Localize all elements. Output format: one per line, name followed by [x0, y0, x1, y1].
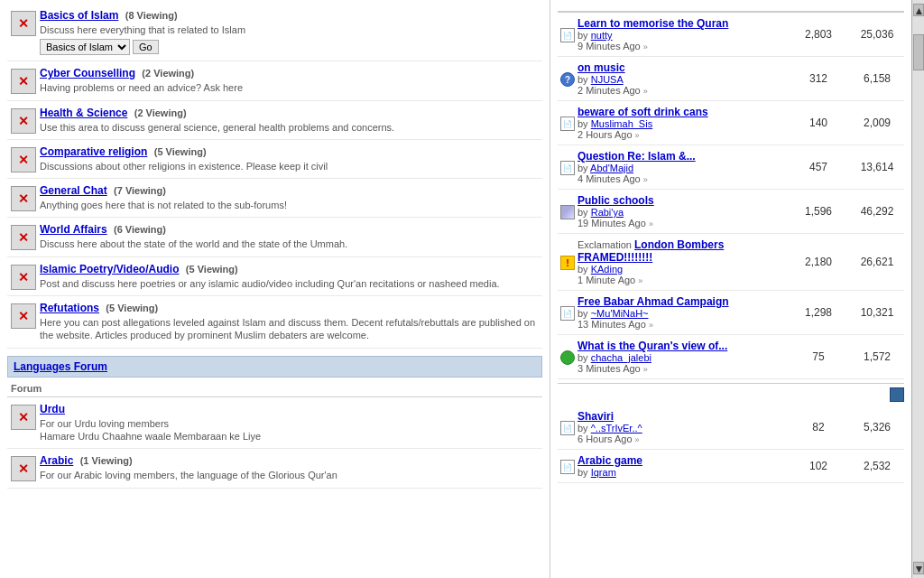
post-posts-post-6: 26,621	[850, 256, 904, 268]
post-title-link-post-7[interactable]: Free Babar Ahmad Campaign	[578, 295, 729, 308]
post-title-link-post-5[interactable]: Public schools	[578, 194, 654, 207]
post-title-link-post-8[interactable]: What is the Quran's view of...	[578, 340, 727, 352]
post-author-link-post-8[interactable]: chacha_jalebi	[591, 352, 651, 363]
post-author-link-post-5[interactable]: Rabi'ya	[591, 207, 624, 218]
chevron-icon-post-1: »	[643, 42, 648, 51]
lang-post-icon-lang-post-2: 📄	[558, 460, 578, 474]
posts-list: 📄 Learn to memorise the Quran by nutty 9…	[558, 13, 904, 379]
post-title-link-post-3[interactable]: beware of soft drink cans	[578, 106, 708, 118]
icon-green-post-8	[560, 350, 575, 365]
languages-table-header: Forum	[7, 380, 542, 397]
forum-row-cyber-counselling: ✕ Cyber Counselling (2 Viewing) Having p…	[7, 61, 542, 100]
forum-desc-cyber-counselling: Having problems or need an advice? Ask h…	[40, 81, 542, 94]
languages-forum-list: ✕ Urdu For our Urdu loving members Hamar…	[7, 397, 542, 489]
forum-row-comparative-religion: ✕ Comparative religion (5 Viewing) Discu…	[7, 140, 542, 179]
chevron-icon-post-7: »	[649, 321, 653, 330]
languages-forum-section: Languages Forum	[7, 356, 542, 378]
folder-icon-world-affairs: ✕	[11, 225, 36, 250]
forum-link-islamic-poetry[interactable]: Islamic Poetry/Video/Audio	[40, 263, 180, 275]
forum-info-comparative-religion: Comparative religion (5 Viewing) Discuss…	[40, 145, 542, 172]
forum-link-comparative-religion[interactable]: Comparative religion	[40, 145, 147, 158]
forum-list: ✕ Basics of Islam (8 Viewing) Discuss he…	[7, 4, 542, 349]
post-author-link-post-2[interactable]: NJUSA	[591, 74, 624, 85]
folder-icon-cyber-counselling: ✕	[11, 69, 36, 94]
forum-link-cyber-counselling[interactable]: Cyber Counselling	[40, 67, 135, 79]
lang-post-threads-lang-post-1: 82	[787, 421, 850, 434]
forum-link-health-science[interactable]: Health & Science	[40, 107, 127, 119]
icon-question-post-2: ?	[560, 72, 575, 87]
forum-desc-comparative-religion: Discussions about other religions in exi…	[40, 160, 542, 172]
forum-icon-cyber-counselling: ✕	[7, 69, 40, 94]
lang-post-by-lang-post-2: by Iqram	[578, 467, 787, 478]
post-author-link-post-7[interactable]: ~Mu'MiNaH~	[591, 308, 649, 319]
post-title-row-post-7: Free Babar Ahmad Campaign	[578, 295, 787, 308]
forum-icon-basics-of-islam: ✕	[7, 11, 40, 36]
post-time-post-7: 13 Minutes Ago »	[578, 319, 787, 330]
lang-forum-icon-arabic: ✕	[7, 456, 40, 481]
forum-info-cyber-counselling: Cyber Counselling (2 Viewing) Having pro…	[40, 67, 542, 94]
post-by-post-4: by Abd'Majid	[578, 163, 787, 173]
post-row-post-7: 📄 Free Babar Ahmad Campaign by ~Mu'MiNaH…	[558, 291, 904, 335]
lang-forum-icon-urdu: ✕	[7, 405, 40, 430]
lang-forum-desc-arabic: For our Arabic loving members, the langu…	[40, 469, 542, 481]
post-title-row-post-6: Exclamation London Bombers FRAMED!!!!!!!…	[578, 238, 787, 264]
post-author-link-post-1[interactable]: nutty	[591, 30, 613, 41]
forum-dropdown-basics-of-islam[interactable]: Basics of Islam	[40, 39, 130, 55]
forum-info-refutations: Refutations (5 Viewing) Here you can pos…	[40, 302, 542, 342]
post-title-link-post-4[interactable]: Question Re: Islam &...	[578, 150, 696, 163]
lang-post-author-link-lang-post-2[interactable]: Iqram	[591, 467, 616, 478]
post-info-post-3: beware of soft drink cans by Muslimah_Si…	[578, 106, 787, 140]
post-by-post-7: by ~Mu'MiNaH~	[578, 308, 787, 319]
lang-forum-info-arabic: Arabic (1 Viewing) For our Arabic loving…	[40, 454, 542, 481]
post-author-link-post-4[interactable]: Abd'Majid	[590, 163, 633, 173]
post-icon-post-6: !	[558, 256, 578, 270]
viewing-count-islamic-poetry: (5 Viewing)	[186, 264, 238, 275]
lang-post-title-link-lang-post-2[interactable]: Arabic game	[578, 454, 642, 467]
x-mark-islamic-poetry: ✕	[18, 270, 29, 284]
lang-post-row-lang-post-2: 📄 Arabic game by Iqram 102 2,532	[558, 450, 904, 483]
icon-doc-lang-post-2: 📄	[560, 460, 575, 474]
forum-link-world-affairs[interactable]: World Affairs	[40, 223, 107, 236]
post-time-post-3: 2 Hours Ago »	[578, 129, 787, 140]
lang-post-author-link-lang-post-1[interactable]: ^..sTrIvEr..^	[591, 423, 642, 434]
languages-forum-link[interactable]: Languages Forum	[14, 360, 107, 373]
post-time-post-4: 4 Minutes Ago »	[578, 173, 787, 184]
lang-forum-title-urdu: Urdu	[40, 403, 542, 415]
folder-icon-health-science: ✕	[11, 108, 36, 134]
forum-icon-islamic-poetry: ✕	[7, 265, 40, 290]
post-author-link-post-6[interactable]: KAding	[591, 264, 623, 275]
post-title-row-post-3: beware of soft drink cans	[578, 106, 787, 118]
post-author-link-post-3[interactable]: Muslimah_Sis	[591, 118, 652, 129]
post-title-link-post-1[interactable]: Learn to memorise the Quran	[578, 17, 728, 30]
lang-post-title-link-lang-post-1[interactable]: Shaviri	[578, 410, 614, 423]
scrollbar[interactable]: ▲ ▼	[911, 0, 924, 578]
scroll-up-arrow[interactable]: ▲	[913, 4, 924, 16]
lang-post-posts-lang-post-2: 2,532	[850, 460, 904, 472]
lang-forum-link-urdu[interactable]: Urdu	[40, 403, 65, 415]
post-info-post-5: Public schools by Rabi'ya 19 Minutes Ago…	[578, 194, 787, 228]
forum-link-basics-of-islam[interactable]: Basics of Islam	[40, 9, 118, 22]
chevron-icon-post-2: »	[643, 87, 648, 96]
forum-link-refutations[interactable]: Refutations	[40, 302, 99, 314]
post-info-post-4: Question Re: Islam &... by Abd'Majid 4 M…	[578, 150, 787, 184]
post-icon-post-7: 📄	[558, 306, 578, 321]
right-panel: 📄 Learn to memorise the Quran by nutty 9…	[550, 0, 911, 578]
forum-desc-islamic-poetry: Post and discuss here poetries or any is…	[40, 277, 542, 290]
post-row-post-8: What is the Quran's view of... by chacha…	[558, 335, 904, 379]
scroll-down-arrow[interactable]: ▼	[913, 562, 924, 574]
go-button-basics-of-islam[interactable]: Go	[133, 40, 159, 54]
forum-desc-world-affairs: Discuss here about the state of the worl…	[40, 238, 542, 250]
forum-info-health-science: Health & Science (2 Viewing) Use this ar…	[40, 107, 542, 134]
post-icon-post-1: 📄	[558, 28, 578, 42]
post-posts-post-2: 6,158	[850, 72, 904, 85]
scroll-thumb[interactable]	[913, 34, 924, 70]
x-mark-health-science: ✕	[18, 114, 29, 128]
forum-title-refutations: Refutations (5 Viewing)	[40, 302, 542, 314]
post-title-link-post-2[interactable]: on music	[578, 61, 625, 74]
post-posts-post-5: 46,292	[850, 205, 904, 218]
lang-forum-link-arabic[interactable]: Arabic	[40, 454, 73, 467]
forum-link-general-chat[interactable]: General Chat	[40, 184, 107, 197]
forum-info-basics-of-islam: Basics of Islam (8 Viewing) Discuss here…	[40, 9, 542, 55]
post-threads-post-5: 1,596	[787, 205, 850, 218]
post-by-post-1: by nutty	[578, 30, 787, 41]
